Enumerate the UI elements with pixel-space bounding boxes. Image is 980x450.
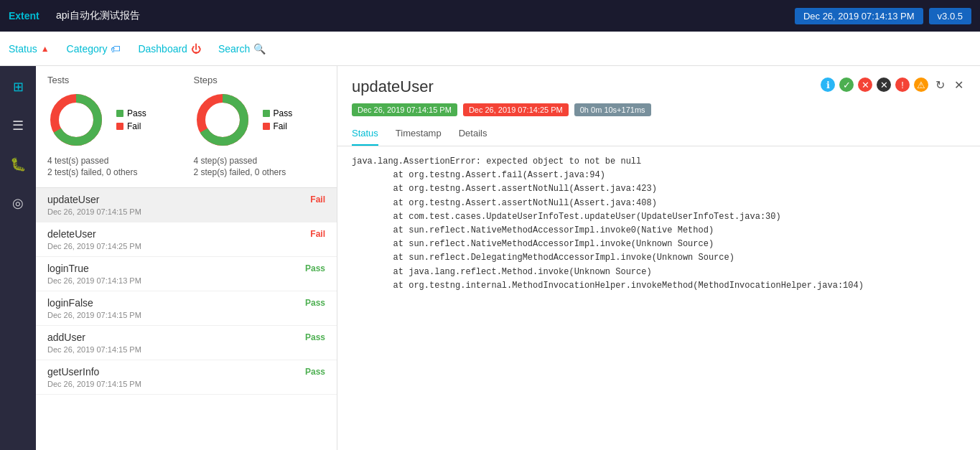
triangle-icon: ▲ <box>41 44 50 54</box>
test-item[interactable]: loginFalse Pass Dec 26, 2019 07:14:15 PM <box>36 291 337 326</box>
category-label: Category <box>67 43 108 55</box>
test-item-header: getUserInfo Pass <box>47 366 325 378</box>
duration-badge: 0h 0m 10s+171ms <box>574 103 651 116</box>
pass-legend-label: Pass <box>127 108 146 118</box>
test-time: Dec 26, 2019 07:14:15 PM <box>47 380 325 388</box>
test-status-badge: Pass <box>305 263 325 273</box>
steps-pass-dot <box>263 110 270 117</box>
warning-icon[interactable]: ⚠ <box>914 78 928 92</box>
tests-legend: Pass Fail <box>116 108 146 131</box>
dashboard-label: Dashboard <box>138 43 187 55</box>
test-item-header: deleteUser Fail <box>47 228 325 240</box>
test-item[interactable]: updateUser Fail Dec 26, 2019 07:14:15 PM <box>36 188 337 222</box>
sidebar-home-icon[interactable]: ⊞ <box>7 73 29 100</box>
test-name: loginFalse <box>47 297 93 309</box>
sidebar-circle-icon[interactable]: ◎ <box>6 189 29 217</box>
steps-pass-label: Pass <box>274 108 293 118</box>
refresh-icon[interactable]: ↻ <box>933 78 947 92</box>
test-item[interactable]: addUser Pass Dec 26, 2019 07:14:15 PM <box>36 326 337 360</box>
test-status-badge: Pass <box>305 367 325 377</box>
test-time: Dec 26, 2019 07:14:15 PM <box>47 207 325 216</box>
x-dark-icon[interactable]: ✕ <box>877 78 891 92</box>
test-list: updateUser Fail Dec 26, 2019 07:14:15 PM… <box>36 188 337 450</box>
end-time-badge: Dec 26, 2019 07:14:25 PM <box>463 103 569 116</box>
test-status-badge: Pass <box>305 332 325 342</box>
test-item-header: addUser Pass <box>47 332 325 343</box>
tab-timestamp[interactable]: Timestamp <box>396 122 442 146</box>
test-item-header: updateUser Fail <box>47 194 325 205</box>
fail-dot <box>116 123 123 130</box>
tab-status[interactable]: Status <box>352 122 378 146</box>
tests-chart-area: Pass Fail <box>47 91 146 149</box>
nav-status[interactable]: Status ▲ <box>9 40 50 57</box>
steps-fail-label: Fail <box>274 121 287 131</box>
test-time: Dec 26, 2019 07:14:15 PM <box>47 311 325 319</box>
app-header: Extent api自动化测试报告 Dec 26, 2019 07:14:13 … <box>0 0 980 32</box>
steps-legend: Pass Fail <box>263 108 293 131</box>
check-icon[interactable]: ✓ <box>839 78 854 92</box>
summary-area: Tests Pass <box>36 66 337 188</box>
test-status-badge: Fail <box>310 229 325 239</box>
detail-meta: Dec 26, 2019 07:14:15 PM Dec 26, 2019 07… <box>352 103 966 116</box>
detail-actions: ℹ ✓ ✕ ✕ ! ⚠ ↻ ✕ <box>821 78 966 92</box>
steps-pass-legend: Pass <box>263 108 293 118</box>
test-item-header: loginTrue Pass <box>47 263 325 274</box>
tests-donut-chart <box>47 91 105 149</box>
test-name: updateUser <box>47 194 99 205</box>
nav-dashboard[interactable]: Dashboard ⏻ <box>138 40 201 57</box>
test-item-header: loginFalse Pass <box>47 297 325 309</box>
tab-details[interactable]: Details <box>459 122 487 146</box>
test-item[interactable]: deleteUser Fail Dec 26, 2019 07:14:25 PM <box>36 222 337 257</box>
steps-title: Steps <box>194 75 218 85</box>
main-layout: ⊞ ☰ 🐛 ◎ Tests <box>0 66 980 450</box>
sidebar-list-icon[interactable]: ☰ <box>6 112 29 139</box>
test-time: Dec 26, 2019 07:14:15 PM <box>47 345 325 354</box>
test-status-badge: Fail <box>310 194 325 205</box>
test-time: Dec 26, 2019 07:14:13 PM <box>47 276 325 285</box>
datetime-badge: Dec 26, 2019 07:14:13 PM <box>795 8 923 24</box>
info-icon[interactable]: ℹ <box>821 78 835 92</box>
tests-passed-stat: 4 test(s) passed <box>47 156 137 166</box>
test-list-panel: Tests Pass <box>36 66 337 450</box>
exclamation-icon[interactable]: ! <box>895 78 910 92</box>
page-title: api自动化测试报告 <box>56 9 795 22</box>
tests-summary: Tests Pass <box>47 75 179 179</box>
dashboard-icon: ⏻ <box>191 43 201 55</box>
steps-summary: Steps Pass <box>194 75 326 179</box>
test-item[interactable]: loginTrue Pass Dec 26, 2019 07:14:13 PM <box>36 257 337 291</box>
test-time: Dec 26, 2019 07:14:25 PM <box>47 242 325 250</box>
tests-stats: 4 test(s) passed 2 test(s) failed, 0 oth… <box>47 156 137 179</box>
nav-category[interactable]: Category 🏷 <box>67 40 121 57</box>
steps-chart-area: Pass Fail <box>194 91 293 149</box>
pass-dot <box>116 110 123 117</box>
detail-panel: updateUser Dec 26, 2019 07:14:15 PM Dec … <box>337 66 980 450</box>
steps-stats: 4 step(s) passed 2 step(s) failed, 0 oth… <box>194 156 286 179</box>
tests-failed-stat: 2 test(s) failed, 0 others <box>47 167 137 177</box>
test-name: addUser <box>47 332 85 343</box>
test-item[interactable]: getUserInfo Pass Dec 26, 2019 07:14:15 P… <box>36 360 337 395</box>
detail-header: updateUser Dec 26, 2019 07:14:15 PM Dec … <box>337 66 980 122</box>
error-log: java.lang.AssertionError: expected objec… <box>352 155 966 293</box>
test-status-badge: Pass <box>305 298 325 308</box>
sidebar: ⊞ ☰ 🐛 ◎ <box>0 66 36 450</box>
steps-donut-chart <box>194 91 251 149</box>
detail-content: java.lang.AssertionError: expected objec… <box>337 146 980 450</box>
start-time-badge: Dec 26, 2019 07:14:15 PM <box>352 103 457 116</box>
close-icon[interactable]: ✕ <box>951 78 966 92</box>
tests-fail-legend: Fail <box>116 121 146 131</box>
search-icon: 🔍 <box>253 43 266 55</box>
version-badge: v3.0.5 <box>929 8 971 24</box>
test-name: loginTrue <box>47 263 89 274</box>
nav-search[interactable]: Search 🔍 <box>218 40 266 57</box>
detail-tabs: Status Timestamp Details <box>337 122 980 146</box>
brand-label: Extent <box>9 10 45 22</box>
steps-fail-dot <box>263 123 270 130</box>
sidebar-bug-icon[interactable]: 🐛 <box>4 151 32 178</box>
test-name: getUserInfo <box>47 366 99 378</box>
status-label: Status <box>9 43 37 55</box>
fail-legend-label: Fail <box>127 121 141 131</box>
tests-title: Tests <box>47 75 69 85</box>
x-red-icon[interactable]: ✕ <box>858 78 872 92</box>
tests-pass-legend: Pass <box>116 108 146 118</box>
search-label: Search <box>218 43 250 55</box>
